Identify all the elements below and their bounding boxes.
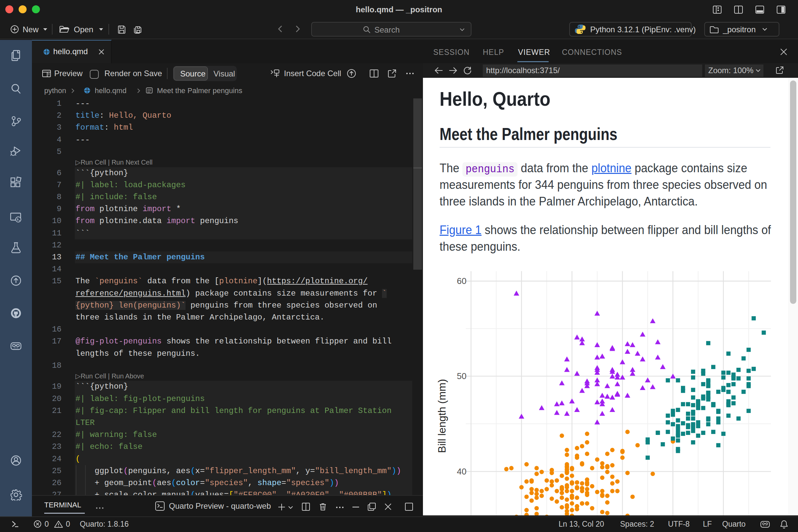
svg-text:40: 40: [457, 467, 467, 476]
svg-text:60: 60: [457, 276, 467, 286]
svg-text:50: 50: [457, 371, 467, 381]
svg-text:Bill length (mm): Bill length (mm): [436, 379, 448, 453]
